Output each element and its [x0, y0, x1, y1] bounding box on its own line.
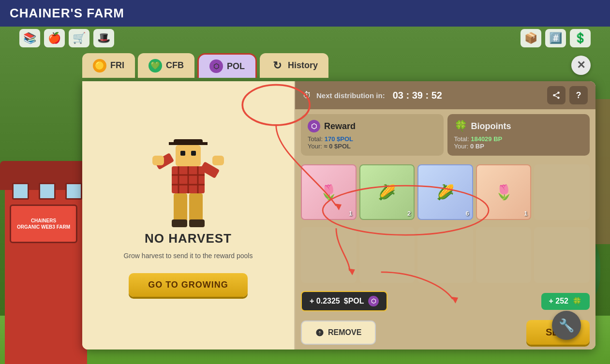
item-slot-3[interactable]: 🌷 1	[476, 164, 532, 220]
sticker-box: 📦	[521, 29, 541, 47]
pol-badge-icon: ⬡	[368, 296, 379, 306]
svg-rect-17	[172, 219, 187, 227]
window-1	[12, 183, 29, 200]
tab-fri-label: FRI	[110, 60, 124, 71]
cfb-icon: 💚	[149, 59, 162, 73]
biopoints-card-title: 🍀 Biopoints	[454, 120, 583, 132]
reward-your: Your: ≈ 0 $POL	[308, 143, 437, 150]
svg-rect-14	[212, 156, 224, 165]
item-slot-0[interactable]: 🌷 1	[301, 164, 357, 220]
sticker-dollar: 💲	[570, 29, 591, 47]
svg-rect-16	[189, 193, 203, 222]
item-slot-6[interactable]	[359, 227, 415, 283]
bg-stickers-right: 📦 #️⃣ 💲	[521, 29, 591, 47]
game-area: CHAINERSORGANIC WEB3 FARM 📚 🍎 🛒 🎩 📦 #️⃣ …	[0, 27, 610, 364]
sticker-hat: 🎩	[93, 29, 114, 47]
remove-label: REMOVE	[328, 328, 361, 337]
timer-label: Next distribution in:	[316, 91, 385, 100]
reward-total: Total: 170 $POL	[308, 135, 437, 143]
tabs-container: 🟡 FRI 💚 CFB ⬡ POL ↻ History	[82, 53, 328, 78]
pol-badge-value: + 0.2325	[310, 297, 340, 306]
biopoints-card: 🍀 Biopoints Total: 184029 BP Your: 0 BP	[447, 114, 590, 156]
item-slot-7[interactable]	[417, 227, 473, 283]
biopoints-currency: BP	[493, 135, 502, 143]
reward-your-value: ≈ 0 $POL	[324, 143, 351, 150]
item-count-3: 1	[524, 210, 527, 217]
biopoints-value-badge: + 252 🍀	[541, 293, 590, 310]
tab-cfb[interactable]: 💚 CFB	[138, 53, 194, 78]
tab-history[interactable]: ↻ History	[260, 53, 328, 78]
pol-value-badge: + 0.2325 $POL ⬡	[301, 291, 387, 311]
remove-icon	[315, 328, 324, 337]
item-slot-8[interactable]	[476, 227, 532, 283]
reward-section: ⬡ Reward Total: 170 $POL Your: ≈ 0 $POL	[295, 109, 595, 160]
modal-content: NO HARVEST Grow harvest to send it to th…	[82, 81, 595, 349]
no-harvest-desc: Grow harvest to send it to the reward po…	[124, 252, 253, 260]
item-slot-4[interactable]	[534, 164, 590, 220]
item-emoji-2: 🌽	[436, 184, 454, 201]
item-emoji-1: 🌽	[378, 184, 396, 201]
building-sign: CHAINERSORGANIC WEB3 FARM	[10, 204, 77, 243]
window-3	[65, 183, 82, 200]
badges-row: + 0.2325 $POL ⬡ + 252 🍀	[295, 291, 595, 315]
reward-label: Reward	[324, 121, 356, 131]
item-slot-1[interactable]: 🌽 2	[359, 164, 415, 220]
item-count-2: 6	[466, 210, 469, 217]
bg-stickers-left: 📚 🍎 🛒 🎩	[19, 29, 114, 47]
tab-history-label: History	[288, 60, 318, 71]
timer-value: 03 : 39 : 52	[393, 90, 442, 101]
sticker-apple: 🍎	[44, 29, 65, 47]
go-growing-button[interactable]: GO TO GROWING	[129, 273, 248, 297]
svg-rect-1	[169, 142, 208, 145]
close-button[interactable]: ✕	[571, 56, 591, 75]
window-2	[39, 183, 56, 200]
item-slot-2[interactable]: 🌽 6	[417, 164, 473, 220]
svg-rect-3	[180, 151, 185, 156]
svg-rect-13	[152, 156, 164, 165]
reward-pol-icon: ⬡	[308, 120, 320, 132]
biopoints-your: Your: 0 BP	[454, 143, 583, 150]
building-wall	[5, 171, 87, 364]
item-count-1: 2	[407, 210, 411, 217]
svg-rect-18	[189, 219, 205, 227]
fri-icon: 🟡	[93, 59, 106, 73]
svg-rect-2	[176, 145, 201, 166]
character-svg	[145, 134, 232, 231]
character-avatar	[145, 134, 232, 231]
svg-rect-15	[174, 193, 187, 222]
sign-text: CHAINERSORGANIC WEB3 FARM	[17, 218, 70, 230]
no-harvest-title: NO HARVEST	[145, 231, 232, 246]
biopoints-label: Biopoints	[471, 121, 511, 131]
biopoints-your-value: 0 BP	[470, 143, 484, 150]
tab-pol[interactable]: ⬡ POL	[197, 53, 257, 78]
header: CHAINER'S FARM	[0, 0, 610, 27]
history-icon: ↻	[270, 59, 284, 73]
share-button[interactable]	[547, 86, 565, 104]
items-grid: 🌷 1 🌽 2 🌽 6 🌷 1	[295, 160, 595, 291]
item-count-0: 1	[349, 210, 352, 217]
help-button[interactable]: ?	[569, 86, 588, 104]
timer-icon: ⏱	[303, 90, 312, 101]
reward-card-title: ⬡ Reward	[308, 120, 437, 132]
app-title: CHAINER'S FARM	[10, 6, 124, 21]
bio-badge-icon: 🍀	[572, 297, 582, 306]
tool-button[interactable]: 🔧	[552, 311, 581, 340]
biopoints-total: Total: 184029 BP	[454, 135, 583, 143]
sticker-book: 📚	[19, 29, 40, 47]
item-emoji-3: 🌷	[495, 184, 513, 201]
sticker-tag: #️⃣	[545, 29, 566, 47]
biopoints-icon: 🍀	[454, 120, 467, 132]
reward-currency: $POL	[337, 135, 353, 143]
tab-pol-label: POL	[227, 61, 245, 72]
tab-fri[interactable]: 🟡 FRI	[82, 53, 135, 78]
svg-rect-4	[191, 151, 196, 156]
item-slot-5[interactable]	[301, 227, 357, 283]
action-bar: REMOVE SELL	[295, 315, 595, 349]
tab-cfb-label: CFB	[166, 60, 184, 71]
item-slot-9[interactable]	[534, 227, 590, 283]
remove-button[interactable]: REMOVE	[301, 320, 376, 345]
pol-icon: ⬡	[209, 59, 223, 73]
timer-bar: ⏱ Next distribution in: 03 : 39 : 52 ?	[295, 81, 595, 109]
biopoints-total-value: 184029	[471, 135, 491, 143]
bio-badge-value: + 252	[549, 297, 568, 306]
